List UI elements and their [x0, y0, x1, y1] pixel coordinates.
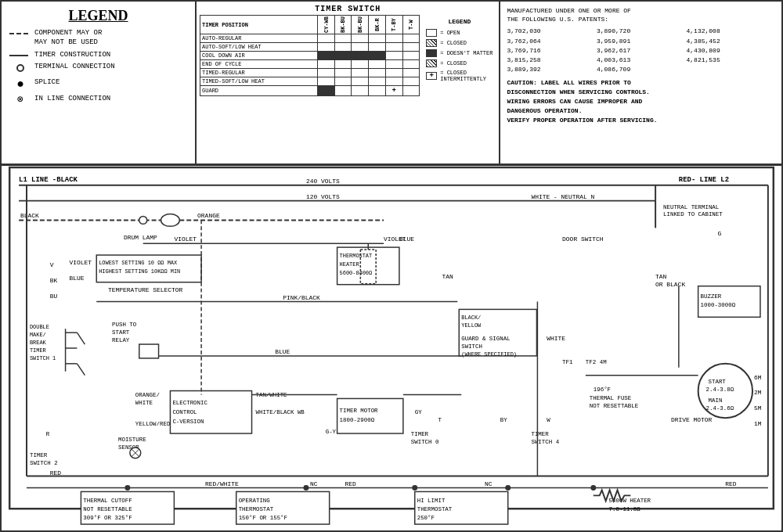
- red-label-mid: RED: [345, 480, 357, 487]
- timer-cell: [369, 77, 386, 86]
- red-white-label: RED/WHITE: [205, 480, 239, 487]
- splice-symbol: ●: [9, 78, 31, 91]
- thermostat-label3: 5600-8400Ω: [340, 270, 373, 276]
- solid-line-symbol: [9, 51, 31, 56]
- splice-3: [412, 485, 417, 491]
- op-therm-label3: 150°F OR 155°F: [239, 515, 287, 521]
- patent-3: 4,132,008: [686, 27, 775, 35]
- patent-11: 4,003,613: [597, 56, 686, 64]
- timer-cell: [334, 43, 352, 52]
- timer-cell: [318, 43, 335, 52]
- orange-label: ORANGE: [197, 212, 220, 219]
- black-label: BLACK: [20, 212, 39, 219]
- timer-cell: [402, 77, 420, 86]
- timer-cell: [334, 77, 352, 86]
- patent-9: 4,430,809: [686, 46, 775, 55]
- volts-240: 240 VOLTS: [306, 178, 340, 185]
- timer-cell: [352, 77, 369, 86]
- legend-component-text: COMPONENT MAY ORMAY NOT BE USED: [34, 29, 102, 47]
- legend-closed-hatched: = CLOSED: [426, 39, 493, 47]
- caution-text: CAUTION: LABEL ALL WIRES PRIOR TO DISCON…: [507, 78, 775, 125]
- pink-black-label: PINK/BLACK: [283, 294, 320, 301]
- timer-row-cool-down: COOL DOWN AIR: [200, 52, 420, 60]
- timer-pos-bk-r: BK-R: [369, 16, 386, 34]
- 6m-label: 6M: [754, 374, 762, 381]
- timer-row-timed-soft: TIMED-SOFT/LOW HEAT: [200, 77, 420, 86]
- hi-limit-label2: THERMOSTAT: [417, 506, 453, 512]
- l2-label: RED- LINE L2: [679, 176, 729, 184]
- timer-cell-filled: [318, 52, 335, 60]
- plus-symbol: +: [426, 72, 437, 80]
- transformer-symbol: [161, 214, 180, 226]
- elec-control-label1: ELECTRONIC: [172, 400, 207, 406]
- timer-row-auto-regular: AUTO-REGULAR: [200, 34, 420, 43]
- legend-title: LEGEND: [9, 8, 187, 24]
- red-label-right: RED: [725, 480, 737, 487]
- timer-cell: [352, 60, 369, 69]
- legend-item-component: COMPONENT MAY ORMAY NOT BE USED: [9, 29, 187, 47]
- timer-sw0-label1: TIMER: [411, 431, 429, 437]
- thermal-fuse-label2: NOT RESETTABLE: [590, 403, 639, 409]
- buzzer-label1: BUZZER: [701, 293, 722, 300]
- neutral-terminal: NEUTRAL TERMINAL: [663, 204, 719, 210]
- timer-cell-filled: [352, 52, 369, 60]
- tan-or-black-label: TAN: [655, 273, 667, 280]
- orange-white-label2: WHITE: [135, 400, 153, 406]
- legend-inline-text: IN LINE CONNECTION: [34, 95, 110, 102]
- timer-sw4-label1: TIMER: [531, 431, 549, 437]
- patent-13: 3,889,392: [507, 65, 596, 74]
- double-make-label2: MAKE/: [30, 332, 46, 338]
- timer-sw2-label2: SWITCH 2: [30, 460, 58, 466]
- bk-label: BK: [50, 277, 58, 284]
- timer-sw2-label1: TIMER: [30, 452, 48, 458]
- bu-label: BU: [50, 293, 58, 300]
- 1m-label: 1M: [754, 420, 762, 427]
- timer-label-timed-regular: TIMED-REGULAR: [200, 69, 318, 77]
- main-label2: 2.4-3.6Ω: [706, 405, 734, 412]
- timer-position-header: TIMER POSITION: [200, 16, 318, 34]
- blue-label2: BLUE: [275, 348, 290, 355]
- timer-cell: [402, 52, 420, 60]
- tan-or-black2: OR BLACK: [655, 281, 685, 288]
- timer-cell: [352, 69, 369, 77]
- thermal-cutoff-label2: NOT RESETTABLE: [83, 506, 132, 512]
- yellow-red-label: YELLOW/RED: [135, 421, 171, 427]
- timer-cell: [369, 43, 386, 52]
- tf1-label: TF1: [562, 359, 573, 365]
- splice-1: [124, 485, 130, 491]
- timer-cell: [385, 69, 402, 77]
- hatched-symbol: [426, 39, 437, 47]
- legend-left: LEGEND COMPONENT MAY ORMAY NOT BE USED T…: [2, 2, 197, 164]
- timer-cell: [352, 34, 369, 43]
- thermostat-label2: HEATER: [340, 261, 359, 268]
- legend-doesnt-matter: = DOESN'T MATTER: [426, 49, 493, 57]
- timer-row-timed-regular: TIMED-REGULAR: [200, 69, 420, 77]
- timer-motor-label2: 1800-2900Ω: [340, 417, 375, 423]
- black-yellow-label2: YELLOW: [461, 322, 482, 329]
- op-therm-label2: THERMOSTAT: [239, 506, 274, 512]
- splice-4: [505, 485, 511, 491]
- intermittently-label: = CLOSEDINTERMITTENTLY: [440, 70, 486, 82]
- timer-cell: [334, 69, 352, 77]
- patent-6: 4,385,452: [686, 37, 775, 45]
- double-make-label5: SWITCH 1: [30, 355, 56, 361]
- 2m-label: 2M: [754, 389, 762, 396]
- patent-14: 4,086,709: [597, 65, 686, 74]
- timer-pos-t-by: T-BY: [385, 16, 402, 34]
- white-label: WHITE: [547, 335, 565, 342]
- g-label: G: [717, 230, 721, 237]
- patent-12: 4,821,535: [686, 56, 775, 64]
- timer-row-end-cycle: END OF CYCLE: [200, 60, 420, 69]
- nc-label1: NC: [310, 480, 318, 487]
- timer-label-end-cycle: END OF CYCLE: [200, 60, 318, 69]
- heater-label1: 5400W HEATER: [609, 498, 651, 504]
- drive-motor-label: DRIVE MOTOR: [671, 416, 713, 423]
- splice-5: [590, 485, 596, 491]
- legend-splice-text: SPLICE: [34, 78, 60, 86]
- timer-cell: [385, 34, 402, 43]
- patents-title: MANUFACTURED UNDER ONE OR MORE OFTHE FOL…: [507, 6, 775, 23]
- push-to-start-label3: RELAY: [112, 337, 130, 343]
- timer-cell: [318, 69, 335, 77]
- timer-sw0-label2: SWITCH 0: [411, 439, 439, 445]
- patent-10: 3,815,258: [507, 56, 596, 64]
